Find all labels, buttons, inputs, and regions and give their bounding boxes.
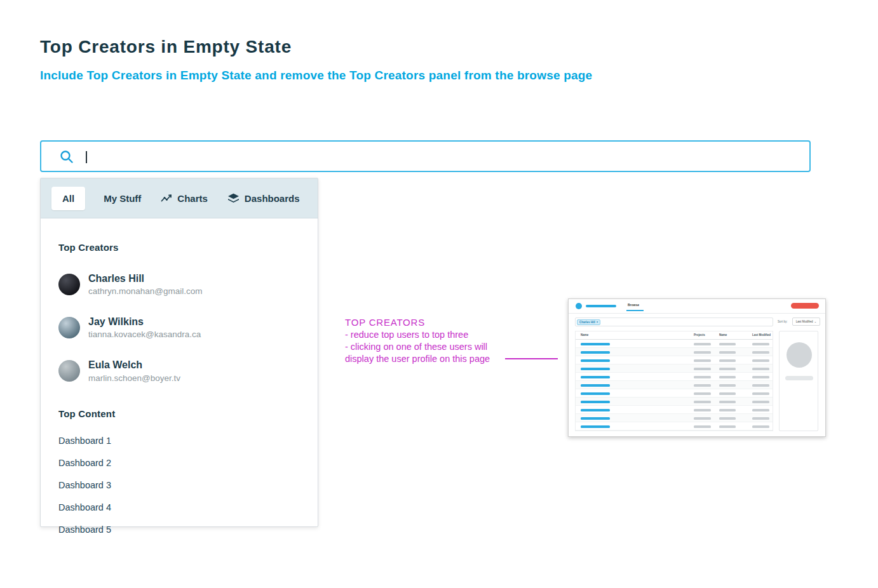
- content-link-dashboard-5[interactable]: Dashboard 5: [58, 525, 300, 535]
- tab-dashboards-label: Dashboards: [245, 193, 300, 204]
- thumb-row-placeholder-bar: [752, 392, 769, 395]
- thumb-sort-value: Last Modified: [796, 320, 813, 323]
- search-bar[interactable]: [40, 140, 811, 172]
- logo-dot: [576, 303, 582, 309]
- tab-dashboards[interactable]: Dashboards: [226, 187, 301, 210]
- tab-charts[interactable]: Charts: [159, 187, 209, 210]
- search-input[interactable]: [96, 142, 795, 171]
- thumb-col-header: Name: [581, 333, 588, 337]
- annotation-line: - reduce top users to top three: [345, 329, 517, 341]
- tab-bar: All My Stuff Charts D: [41, 178, 318, 218]
- content-link-dashboard-4[interactable]: Dashboard 4: [58, 502, 300, 512]
- user-email: tianna.kovacek@kasandra.ca: [88, 330, 201, 339]
- tab-all-label: All: [62, 193, 74, 204]
- thumb-browse-tab: Browse: [628, 303, 639, 307]
- thumb-row-placeholder-bar: [752, 351, 769, 354]
- thumb-row-placeholder-bar: [694, 401, 711, 403]
- thumb-row-placeholder-bar: [752, 376, 769, 378]
- top-content-heading: Top Content: [58, 408, 300, 419]
- thumb-col-header: Projects: [694, 333, 705, 337]
- search-icon: [59, 149, 74, 164]
- content-link-dashboard-1[interactable]: Dashboard 1: [58, 436, 300, 446]
- thumb-table-row: [576, 422, 773, 431]
- thumb-filter-chip: Charles Hill ×: [577, 319, 600, 325]
- thumb-sort-dropdown: Last Modified ⌄: [792, 317, 820, 326]
- thumb-row-name-bar: [581, 368, 610, 370]
- thumb-row-name-bar: [581, 417, 610, 420]
- content-link-dashboard-2[interactable]: Dashboard 2: [58, 458, 300, 468]
- user-name: Jay Wilkins: [88, 316, 201, 328]
- thumb-row-placeholder-bar: [694, 409, 711, 411]
- tab-all[interactable]: All: [51, 187, 85, 210]
- thumb-row-placeholder-bar: [694, 384, 711, 387]
- thumb-table-row: [576, 340, 773, 348]
- thumb-table-row: [576, 364, 773, 373]
- thumb-row-placeholder-bar: [752, 417, 769, 420]
- thumb-row-placeholder-bar: [719, 425, 736, 428]
- thumb-table-row: [576, 373, 773, 381]
- user-name: Eula Welch: [88, 359, 180, 371]
- thumb-table-row: [576, 414, 773, 422]
- thumb-col-header: Name: [719, 333, 727, 337]
- thumb-row-placeholder-bar: [719, 343, 736, 345]
- thumb-row-name-bar: [581, 343, 610, 345]
- logo-bar: [586, 305, 616, 307]
- top-creators-heading: Top Creators: [58, 242, 300, 253]
- text-cursor: [86, 151, 87, 163]
- annotation-title: TOP CREATORS: [345, 316, 517, 328]
- layers-icon: [227, 193, 240, 204]
- annotation-top-creators: TOP CREATORS - reduce top users to top t…: [345, 316, 517, 365]
- thumb-row-name-bar: [581, 384, 610, 387]
- thumb-row-name-bar: [581, 392, 610, 395]
- annotation-line: display the user profile on this page: [345, 353, 517, 365]
- thumb-row-placeholder-bar: [694, 343, 711, 345]
- thumb-table-row: [576, 348, 773, 356]
- thumb-table-row: [576, 356, 773, 364]
- tab-charts-label: Charts: [177, 193, 208, 204]
- thumb-table-row: [576, 389, 773, 398]
- thumb-row-placeholder-bar: [752, 368, 769, 370]
- user-row-eula-welch[interactable]: Eula Welch marlin.schoen@boyer.tv: [58, 359, 300, 382]
- thumb-name-placeholder: [785, 376, 813, 380]
- tab-my-stuff[interactable]: My Stuff: [102, 187, 142, 210]
- thumb-table-row: [576, 381, 773, 389]
- thumb-row-placeholder-bar: [752, 343, 769, 345]
- design-spec-page: Top Creators in Empty State Include Top …: [0, 0, 878, 588]
- thumb-row-placeholder-bar: [694, 392, 711, 395]
- thumb-avatar-placeholder: [787, 342, 812, 368]
- thumb-row-name-bar: [581, 401, 610, 403]
- thumb-row-placeholder-bar: [719, 351, 736, 354]
- thumb-row-placeholder-bar: [694, 351, 711, 354]
- panel-content: Top Creators Charles Hill cathryn.monaha…: [41, 218, 318, 535]
- annotation-line: - clicking on one of these users will: [345, 341, 517, 353]
- user-row-jay-wilkins[interactable]: Jay Wilkins tianna.kovacek@kasandra.ca: [58, 316, 300, 339]
- thumb-primary-button: [791, 303, 819, 309]
- avatar: [58, 317, 80, 338]
- avatar: [58, 360, 80, 382]
- thumb-row-placeholder-bar: [694, 425, 711, 428]
- thumb-row-placeholder-bar: [719, 384, 736, 387]
- thumb-profile-card: [779, 331, 818, 431]
- thumb-sort-label: Sort by:: [778, 320, 788, 323]
- thumb-table-header: Name Projects Name Last Modified: [576, 331, 773, 340]
- thumb-filter-input: Charles Hill ×: [575, 317, 773, 326]
- annotation-connector-line: [505, 358, 558, 359]
- content-link-dashboard-3[interactable]: Dashboard 3: [58, 480, 300, 490]
- thumb-row-placeholder-bar: [719, 392, 736, 395]
- close-icon: ×: [597, 321, 598, 324]
- user-name: Charles Hill: [88, 272, 203, 284]
- thumb-row-name-bar: [581, 425, 610, 428]
- thumb-row-placeholder-bar: [694, 368, 711, 370]
- thumb-row-name-bar: [581, 376, 610, 378]
- thumb-header: Browse: [569, 299, 825, 314]
- tab-my-stuff-label: My Stuff: [104, 193, 141, 204]
- thumb-browse-underline: [626, 310, 644, 311]
- thumb-row-placeholder-bar: [719, 376, 736, 378]
- thumb-row-placeholder-bar: [719, 417, 736, 420]
- user-row-charles-hill[interactable]: Charles Hill cathryn.monahan@gmail.com: [58, 272, 300, 296]
- browse-page-thumbnail: Browse Charles Hill × Sort by: Last Modi…: [568, 298, 826, 437]
- thumb-row-placeholder-bar: [752, 409, 769, 411]
- avatar: [58, 274, 80, 295]
- thumb-row-placeholder-bar: [719, 359, 736, 362]
- user-email: marlin.schoen@boyer.tv: [88, 373, 180, 383]
